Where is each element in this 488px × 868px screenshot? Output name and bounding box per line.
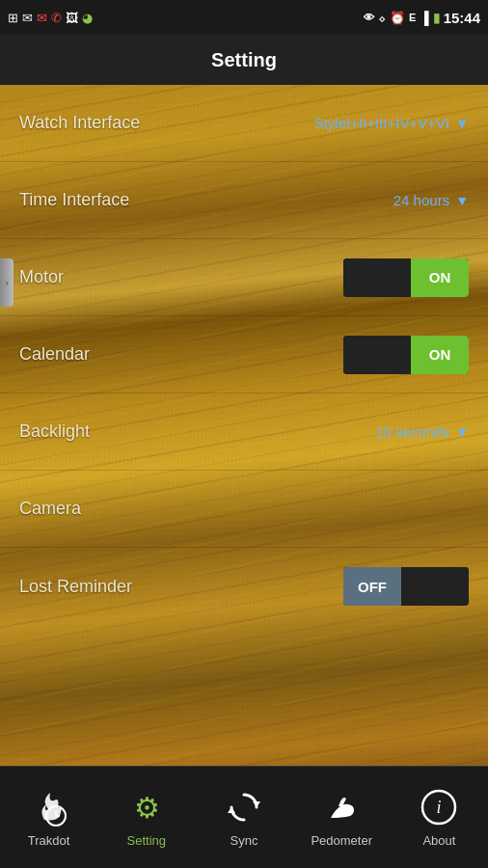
lost-reminder-toggle-btn[interactable]: OFF: [343, 567, 401, 606]
nav-item-setting[interactable]: ⚙ Setting: [97, 779, 195, 855]
lost-reminder-label: Lost Reminder: [19, 577, 132, 597]
motor-toggle-btn[interactable]: ON: [411, 258, 469, 297]
setting-icon: ⚙: [126, 787, 167, 827]
time-interface-value[interactable]: 24 hours ▼: [393, 192, 469, 208]
lost-reminder-toggle[interactable]: OFF: [343, 567, 469, 606]
android-icon: ◕: [82, 11, 93, 25]
status-bar: ⊞ ✉ ✉ ✆ 🖼 ◕ 👁 ⬦ ⏰ E ▐ ▮ 15:44: [0, 0, 488, 35]
calendar-toggle[interactable]: ON: [343, 336, 469, 374]
svg-marker-4: [253, 801, 260, 807]
image-icon: 🖼: [66, 11, 78, 25]
camera-row[interactable]: Camera: [0, 471, 488, 548]
time-interface-row[interactable]: Time Interface 24 hours ▼: [0, 162, 488, 239]
motor-toggle-track: [343, 258, 411, 297]
bluetooth-icon: ⬦: [378, 11, 386, 25]
email2-icon: ✉: [37, 11, 47, 25]
trakdot-icon: [29, 787, 69, 827]
status-icons-left: ⊞ ✉ ✉ ✆ 🖼 ◕: [8, 11, 93, 25]
settings-container: › Watch Interface StyleI+II+III+IV+V+VI …: [0, 85, 488, 766]
side-tab[interactable]: ›: [0, 258, 14, 307]
page-title: Setting: [211, 49, 277, 71]
camera-label: Camera: [19, 499, 81, 519]
nav-item-trakdot[interactable]: Trakdot: [0, 779, 97, 855]
backlight-dropdown-icon: ▼: [455, 424, 469, 440]
watch-interface-value[interactable]: StyleI+II+III+IV+V+VI ▼: [314, 115, 469, 131]
calendar-toggle-track: [343, 336, 411, 374]
sync-icon: [224, 787, 264, 827]
backlight-selected: 10 seconds: [375, 423, 449, 440]
time-interface-selected: 24 hours: [393, 192, 449, 208]
nav-label-trakdot: Trakdot: [28, 833, 70, 848]
calendar-row[interactable]: Calendar ON: [0, 316, 488, 393]
alarm-icon: ⏰: [390, 11, 405, 25]
motor-label: Motor: [19, 267, 64, 287]
svg-text:i: i: [437, 798, 442, 817]
missed-call-icon: ✆: [51, 11, 62, 25]
nav-item-sync[interactable]: Sync: [195, 779, 292, 855]
time-interface-label: Time Interface: [19, 190, 129, 210]
lost-reminder-row[interactable]: Lost Reminder OFF: [0, 548, 488, 625]
backlight-value[interactable]: 10 seconds ▼: [375, 423, 469, 440]
watch-interface-dropdown-icon: ▼: [455, 116, 469, 131]
title-bar: Setting: [0, 35, 488, 85]
bottom-nav: Trakdot ⚙ Setting Sync: [0, 766, 488, 868]
eye-icon: 👁: [364, 12, 374, 23]
nav-item-about[interactable]: i About: [391, 779, 488, 855]
time-display: 15:44: [444, 10, 480, 26]
about-icon: i: [419, 787, 459, 827]
watch-interface-row[interactable]: Watch Interface StyleI+II+III+IV+V+VI ▼: [0, 85, 488, 162]
calendar-label: Calendar: [19, 344, 90, 365]
nav-label-setting: Setting: [127, 833, 166, 848]
watch-interface-label: Watch Interface: [19, 113, 140, 133]
time-interface-dropdown-icon: ▼: [455, 193, 469, 208]
motor-toggle[interactable]: ON: [343, 258, 469, 297]
watch-interface-selected: StyleI+II+III+IV+V+VI: [314, 115, 450, 131]
calendar-toggle-btn[interactable]: ON: [411, 336, 469, 374]
add-icon: ⊞: [8, 11, 18, 25]
side-tab-arrow-icon: ›: [5, 277, 9, 288]
pedometer-icon: [321, 787, 362, 827]
nav-label-sync: Sync: [230, 833, 258, 848]
lost-reminder-toggle-track: [401, 567, 469, 606]
status-icons-right: 👁 ⬦ ⏰ E ▐ ▮ 15:44: [364, 10, 480, 26]
signal-e-icon: E: [409, 12, 416, 23]
battery-icon: ▮: [433, 11, 440, 25]
svg-text:⚙: ⚙: [133, 792, 159, 824]
backlight-label: Backlight: [19, 421, 90, 442]
nav-label-pedometer: Pedometer: [311, 833, 372, 848]
svg-marker-5: [228, 807, 235, 813]
nav-label-about: About: [422, 833, 455, 848]
email-icon: ✉: [22, 11, 33, 25]
nav-item-pedometer[interactable]: Pedometer: [293, 779, 391, 855]
backlight-row[interactable]: Backlight 10 seconds ▼: [0, 393, 488, 471]
signal-bars-icon: ▐: [420, 11, 428, 25]
motor-row[interactable]: Motor ON: [0, 239, 488, 316]
